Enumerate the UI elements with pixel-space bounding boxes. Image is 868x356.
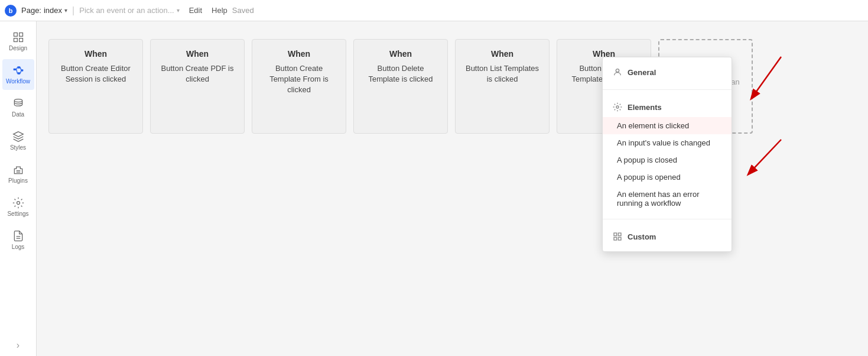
event-placeholder: Pick an event or an action... — [79, 6, 174, 15]
svg-rect-0 — [14, 33, 17, 37]
workflow-card-0[interactable]: When Button Create Editor Session is cli… — [48, 39, 143, 134]
svg-point-12 — [14, 99, 22, 102]
card-when-1: When — [186, 49, 209, 59]
dropdown-item-popup-closed[interactable]: A popup is closed — [603, 151, 732, 169]
card-title-0: Button Create Editor Session is clicked — [56, 63, 135, 85]
svg-rect-5 — [17, 66, 20, 68]
event-dropdown-icon: ▾ — [177, 7, 180, 14]
workflow-card-3[interactable]: When Button Delete Template is clicked — [353, 39, 448, 134]
sidebar-label-styles: Styles — [10, 144, 26, 151]
svg-point-19 — [616, 106, 619, 108]
sidebar-item-plugins[interactable]: Plugins — [2, 158, 34, 189]
event-dropdown-panel: General Elements An element is click — [602, 57, 732, 252]
page-selector[interactable]: Page: index ▾ — [21, 6, 67, 15]
dropdown-section-general: General — [603, 57, 732, 87]
elements-label: Elements — [628, 103, 662, 112]
dropdown-item-popup-opened[interactable]: A popup is opened — [603, 169, 732, 186]
workflow-card-2[interactable]: When Button Create Template From is clic… — [252, 39, 346, 134]
svg-rect-6 — [17, 72, 20, 74]
sidebar-label-settings: Settings — [7, 211, 28, 217]
logs-icon — [12, 230, 24, 242]
main-layout: Design Workflow Data — [0, 21, 868, 356]
card-when-0: When — [84, 49, 107, 59]
svg-rect-23 — [618, 237, 621, 240]
page-dropdown-icon[interactable]: ▾ — [64, 7, 67, 14]
svg-rect-1 — [19, 33, 22, 37]
card-title-2: Button Create Template From is clicked — [259, 63, 339, 96]
card-title-3: Button Delete Template is clicked — [361, 63, 440, 85]
styles-icon — [12, 131, 24, 143]
dropdown-section-elements: Elements An element is clicked An input'… — [603, 92, 732, 216]
sidebar-item-logs[interactable]: Logs — [2, 225, 34, 255]
custom-icon — [612, 231, 623, 242]
svg-rect-21 — [618, 233, 621, 236]
svg-line-11 — [20, 70, 21, 73]
edit-menu[interactable]: Edit — [189, 6, 202, 15]
event-picker[interactable]: Pick an event or an action... ▾ — [79, 6, 179, 15]
page-name: index — [44, 6, 62, 15]
sidebar-item-workflow[interactable]: Workflow — [2, 59, 34, 90]
sidebar-label-data: Data — [12, 111, 24, 118]
dropdown-section-custom: Custom — [603, 222, 732, 251]
divider-1 — [603, 89, 732, 90]
custom-label: Custom — [628, 232, 656, 241]
card-title-4: Button List Templates is clicked — [463, 63, 542, 85]
dropdown-item-element-error[interactable]: An element has an error running a workfl… — [603, 186, 732, 212]
sidebar-label-plugins: Plugins — [8, 177, 28, 184]
card-when-4: When — [491, 49, 513, 59]
elements-icon — [612, 102, 623, 112]
data-icon — [12, 98, 24, 109]
sidebar-label-design: Design — [9, 45, 27, 51]
svg-rect-22 — [614, 237, 617, 240]
sidebar-label-logs: Logs — [12, 244, 25, 250]
settings-icon — [12, 197, 24, 209]
sidebar-collapse-button[interactable]: › — [12, 339, 24, 351]
dropdown-category-general[interactable]: General — [603, 62, 732, 82]
dropdown-category-elements[interactable]: Elements — [603, 97, 732, 117]
sidebar: Design Workflow Data — [0, 21, 37, 356]
workflow-card-1[interactable]: When Button Create PDF is clicked — [150, 39, 245, 134]
sidebar-item-styles[interactable]: Styles — [2, 125, 34, 156]
svg-rect-20 — [614, 233, 617, 236]
card-title-1: Button Create PDF is clicked — [158, 63, 237, 85]
sidebar-item-settings[interactable]: Settings — [2, 192, 34, 222]
sidebar-label-workflow: Workflow — [6, 78, 30, 85]
dropdown-item-input-changed[interactable]: An input's value is changed — [603, 134, 732, 151]
workflow-icon — [12, 64, 24, 76]
page-label: Page: — [21, 6, 41, 15]
content-area: When Button Create Editor Session is cli… — [37, 21, 868, 356]
app-logo: b — [5, 5, 17, 17]
dropdown-item-element-clicked[interactable]: An element is clicked — [603, 117, 732, 134]
topbar-divider: | — [72, 5, 74, 16]
svg-rect-2 — [14, 38, 17, 42]
collapse-icon: › — [17, 340, 19, 351]
svg-rect-4 — [13, 69, 16, 70]
design-icon — [12, 31, 24, 43]
sidebar-item-data[interactable]: Data — [2, 92, 34, 123]
card-when-3: When — [389, 49, 412, 59]
general-label: General — [628, 68, 656, 77]
general-icon — [612, 67, 623, 77]
card-when-2: When — [288, 49, 310, 59]
svg-point-15 — [17, 202, 19, 205]
svg-line-9 — [16, 69, 17, 73]
sidebar-item-design[interactable]: Design — [2, 26, 34, 57]
topbar-actions: Edit Help — [189, 6, 227, 15]
workflow-card-4[interactable]: When Button List Templates is clicked — [455, 39, 550, 134]
svg-rect-7 — [21, 69, 23, 71]
svg-line-10 — [20, 67, 21, 70]
help-menu[interactable]: Help — [212, 6, 227, 15]
svg-rect-3 — [19, 38, 22, 42]
dropdown-category-custom[interactable]: Custom — [603, 226, 732, 247]
workflow-cards-container: When Button Create Editor Session is cli… — [37, 21, 868, 151]
saved-indicator: Saved — [232, 6, 254, 15]
divider-2 — [603, 219, 732, 219]
svg-line-8 — [16, 67, 17, 69]
svg-point-18 — [616, 69, 619, 72]
top-bar: b Page: index ▾ | Pick an event or an ac… — [0, 0, 868, 21]
plugins-icon — [12, 164, 24, 176]
